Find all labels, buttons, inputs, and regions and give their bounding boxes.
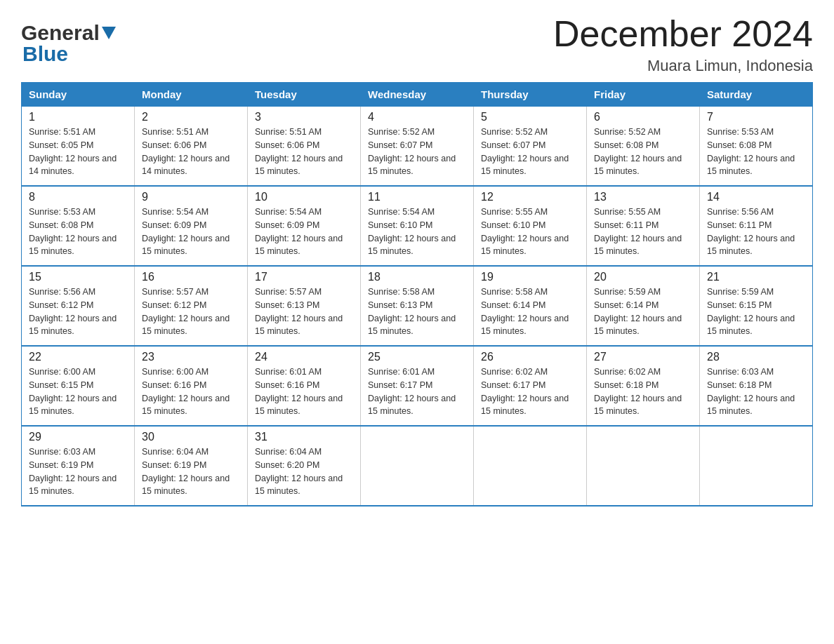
logo-blue: Blue [22, 42, 68, 66]
day-number: 3 [255, 111, 353, 123]
calendar-cell: 22 Sunrise: 6:00 AM Sunset: 6:15 PM Dayl… [22, 346, 135, 426]
col-header-sunday: Sunday [22, 83, 135, 107]
day-info: Sunrise: 6:00 AM Sunset: 6:15 PM Dayligh… [29, 365, 127, 418]
logo-arrow-icon [102, 27, 116, 42]
day-info: Sunrise: 6:03 AM Sunset: 6:18 PM Dayligh… [707, 365, 805, 418]
day-number: 4 [368, 111, 466, 123]
day-number: 30 [142, 431, 240, 443]
calendar-cell: 11 Sunrise: 5:54 AM Sunset: 6:10 PM Dayl… [361, 186, 474, 266]
day-info: Sunrise: 5:52 AM Sunset: 6:08 PM Dayligh… [594, 126, 692, 178]
day-info: Sunrise: 5:54 AM Sunset: 6:10 PM Dayligh… [368, 206, 466, 258]
day-number: 18 [368, 271, 466, 283]
day-info: Sunrise: 5:53 AM Sunset: 6:08 PM Dayligh… [707, 126, 805, 178]
calendar-cell [474, 426, 587, 506]
logo: General Blue [21, 21, 116, 66]
day-number: 14 [707, 191, 805, 203]
calendar-cell [700, 426, 813, 506]
day-number: 29 [29, 431, 127, 443]
day-number: 9 [142, 191, 240, 203]
day-number: 11 [368, 191, 466, 203]
calendar-cell: 26 Sunrise: 6:02 AM Sunset: 6:17 PM Dayl… [474, 346, 587, 426]
day-info: Sunrise: 6:04 AM Sunset: 6:20 PM Dayligh… [255, 445, 353, 498]
day-number: 1 [29, 111, 127, 123]
calendar-cell: 10 Sunrise: 5:54 AM Sunset: 6:09 PM Dayl… [248, 186, 361, 266]
day-info: Sunrise: 6:02 AM Sunset: 6:18 PM Dayligh… [594, 365, 692, 418]
col-header-thursday: Thursday [474, 83, 587, 107]
calendar-week-5: 29 Sunrise: 6:03 AM Sunset: 6:19 PM Dayl… [22, 426, 813, 506]
day-number: 26 [481, 351, 579, 363]
calendar-cell: 27 Sunrise: 6:02 AM Sunset: 6:18 PM Dayl… [587, 346, 700, 426]
calendar-cell: 24 Sunrise: 6:01 AM Sunset: 6:16 PM Dayl… [248, 346, 361, 426]
calendar-cell: 19 Sunrise: 5:58 AM Sunset: 6:14 PM Dayl… [474, 266, 587, 346]
calendar-cell [587, 426, 700, 506]
calendar-header-row: SundayMondayTuesdayWednesdayThursdayFrid… [22, 83, 813, 107]
day-info: Sunrise: 5:59 AM Sunset: 6:14 PM Dayligh… [594, 286, 692, 338]
day-number: 17 [255, 271, 353, 283]
col-header-friday: Friday [587, 83, 700, 107]
calendar-week-1: 1 Sunrise: 5:51 AM Sunset: 6:05 PM Dayli… [22, 107, 813, 187]
calendar-cell: 4 Sunrise: 5:52 AM Sunset: 6:07 PM Dayli… [361, 107, 474, 187]
title-section: December 2024 Muara Limun, Indonesia [553, 14, 813, 75]
day-number: 23 [142, 351, 240, 363]
day-info: Sunrise: 5:54 AM Sunset: 6:09 PM Dayligh… [142, 206, 240, 258]
day-info: Sunrise: 5:55 AM Sunset: 6:11 PM Dayligh… [594, 206, 692, 258]
day-info: Sunrise: 5:56 AM Sunset: 6:12 PM Dayligh… [29, 286, 127, 338]
calendar-cell: 12 Sunrise: 5:55 AM Sunset: 6:10 PM Dayl… [474, 186, 587, 266]
day-info: Sunrise: 5:55 AM Sunset: 6:10 PM Dayligh… [481, 206, 579, 258]
day-info: Sunrise: 5:58 AM Sunset: 6:14 PM Dayligh… [481, 286, 579, 338]
logo-general: General [21, 21, 100, 45]
day-number: 12 [481, 191, 579, 203]
calendar-table: SundayMondayTuesdayWednesdayThursdayFrid… [21, 82, 813, 507]
calendar-cell: 23 Sunrise: 6:00 AM Sunset: 6:16 PM Dayl… [135, 346, 248, 426]
day-number: 5 [481, 111, 579, 123]
calendar-cell: 5 Sunrise: 5:52 AM Sunset: 6:07 PM Dayli… [474, 107, 587, 187]
calendar-week-3: 15 Sunrise: 5:56 AM Sunset: 6:12 PM Dayl… [22, 266, 813, 346]
calendar-cell: 30 Sunrise: 6:04 AM Sunset: 6:19 PM Dayl… [135, 426, 248, 506]
calendar-cell: 6 Sunrise: 5:52 AM Sunset: 6:08 PM Dayli… [587, 107, 700, 187]
calendar-cell: 21 Sunrise: 5:59 AM Sunset: 6:15 PM Dayl… [700, 266, 813, 346]
day-number: 22 [29, 351, 127, 363]
calendar-cell: 25 Sunrise: 6:01 AM Sunset: 6:17 PM Dayl… [361, 346, 474, 426]
calendar-cell: 31 Sunrise: 6:04 AM Sunset: 6:20 PM Dayl… [248, 426, 361, 506]
page-subtitle: Muara Limun, Indonesia [553, 57, 813, 75]
day-info: Sunrise: 5:53 AM Sunset: 6:08 PM Dayligh… [29, 206, 127, 258]
day-info: Sunrise: 5:54 AM Sunset: 6:09 PM Dayligh… [255, 206, 353, 258]
day-number: 28 [707, 351, 805, 363]
day-info: Sunrise: 5:51 AM Sunset: 6:05 PM Dayligh… [29, 126, 127, 178]
day-info: Sunrise: 5:56 AM Sunset: 6:11 PM Dayligh… [707, 206, 805, 258]
page-header: General Blue December 2024 Muara Limun, … [21, 14, 813, 75]
day-number: 13 [594, 191, 692, 203]
day-number: 24 [255, 351, 353, 363]
calendar-cell: 17 Sunrise: 5:57 AM Sunset: 6:13 PM Dayl… [248, 266, 361, 346]
day-number: 31 [255, 431, 353, 443]
day-info: Sunrise: 6:03 AM Sunset: 6:19 PM Dayligh… [29, 445, 127, 498]
calendar-cell: 7 Sunrise: 5:53 AM Sunset: 6:08 PM Dayli… [700, 107, 813, 187]
day-info: Sunrise: 5:52 AM Sunset: 6:07 PM Dayligh… [481, 126, 579, 178]
day-number: 16 [142, 271, 240, 283]
calendar-cell: 14 Sunrise: 5:56 AM Sunset: 6:11 PM Dayl… [700, 186, 813, 266]
calendar-cell: 15 Sunrise: 5:56 AM Sunset: 6:12 PM Dayl… [22, 266, 135, 346]
col-header-wednesday: Wednesday [361, 83, 474, 107]
day-info: Sunrise: 5:59 AM Sunset: 6:15 PM Dayligh… [707, 286, 805, 338]
day-info: Sunrise: 6:00 AM Sunset: 6:16 PM Dayligh… [142, 365, 240, 418]
calendar-cell: 3 Sunrise: 5:51 AM Sunset: 6:06 PM Dayli… [248, 107, 361, 187]
day-number: 10 [255, 191, 353, 203]
day-number: 15 [29, 271, 127, 283]
day-info: Sunrise: 6:04 AM Sunset: 6:19 PM Dayligh… [142, 445, 240, 498]
calendar-cell: 1 Sunrise: 5:51 AM Sunset: 6:05 PM Dayli… [22, 107, 135, 187]
day-number: 6 [594, 111, 692, 123]
day-number: 21 [707, 271, 805, 283]
day-number: 2 [142, 111, 240, 123]
svg-marker-0 [102, 27, 116, 39]
calendar-cell: 9 Sunrise: 5:54 AM Sunset: 6:09 PM Dayli… [135, 186, 248, 266]
day-info: Sunrise: 5:58 AM Sunset: 6:13 PM Dayligh… [368, 286, 466, 338]
day-info: Sunrise: 6:01 AM Sunset: 6:16 PM Dayligh… [255, 365, 353, 418]
day-info: Sunrise: 5:57 AM Sunset: 6:13 PM Dayligh… [255, 286, 353, 338]
col-header-saturday: Saturday [700, 83, 813, 107]
page-title: December 2024 [553, 14, 813, 54]
day-number: 8 [29, 191, 127, 203]
calendar-cell: 13 Sunrise: 5:55 AM Sunset: 6:11 PM Dayl… [587, 186, 700, 266]
day-number: 7 [707, 111, 805, 123]
day-number: 20 [594, 271, 692, 283]
col-header-monday: Monday [135, 83, 248, 107]
